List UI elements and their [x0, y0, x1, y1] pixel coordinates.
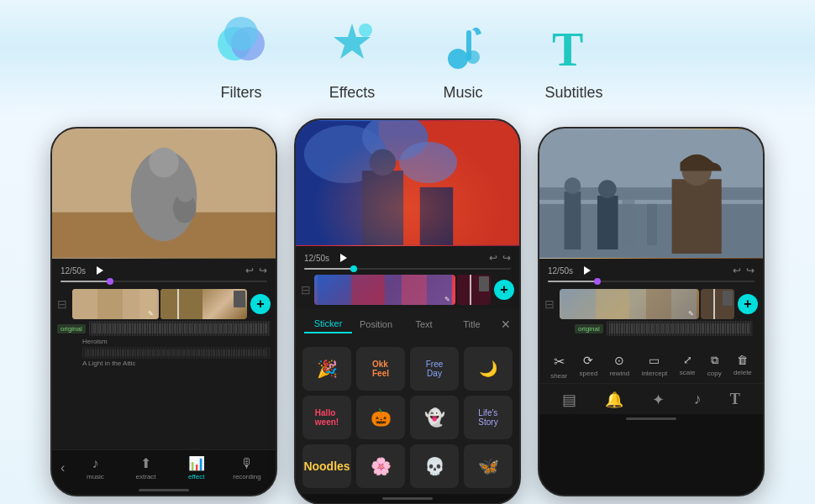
- nav-extract-icon: ⬆: [140, 455, 151, 471]
- clip-1[interactable]: ✎: [72, 289, 159, 319]
- add-clip-button-left[interactable]: +: [250, 294, 271, 314]
- rewind-icon: ⊙: [614, 354, 624, 367]
- feature-music[interactable]: Music: [433, 15, 493, 102]
- tab-position[interactable]: Position: [352, 316, 400, 333]
- speed-icon: ⟳: [583, 354, 593, 367]
- intercept-label: intercept: [642, 370, 668, 377]
- svg-rect-42: [646, 289, 671, 319]
- timeline-bar-middle: 12/50s ↩ ↪: [296, 246, 519, 268]
- redo-icon-middle[interactable]: ↪: [502, 252, 511, 264]
- clip-edit-middle[interactable]: ✎: [444, 296, 450, 303]
- clip-2[interactable]: [160, 289, 247, 319]
- tool-shear[interactable]: ✂ shear: [550, 354, 567, 380]
- feature-subtitles[interactable]: T Subtitles: [544, 15, 604, 102]
- bottom-icon-1[interactable]: ▤: [562, 391, 576, 409]
- bottom-icon-5[interactable]: T: [730, 391, 740, 409]
- track-handle-middle[interactable]: ⊟: [301, 283, 311, 297]
- sticker-1[interactable]: 🎉: [302, 347, 351, 391]
- back-button-left[interactable]: ‹: [55, 460, 70, 475]
- filters-label: Filters: [221, 84, 262, 102]
- close-panel-button[interactable]: ✕: [501, 318, 511, 331]
- scale-label: scale: [680, 369, 696, 376]
- bottom-icon-2[interactable]: 🔔: [605, 391, 623, 409]
- tab-title[interactable]: Title: [448, 316, 496, 333]
- right-clip-1[interactable]: ✎: [560, 289, 699, 319]
- delete-label: delete: [734, 369, 752, 376]
- nav-effect-icon: 📊: [188, 455, 205, 471]
- nav-recording-icon: 🎙: [240, 456, 254, 471]
- undo-icon-left[interactable]: ↩: [245, 265, 254, 276]
- track-handle-right[interactable]: ⊟: [544, 297, 555, 311]
- sticker-11[interactable]: 💀: [410, 444, 459, 488]
- track-row-middle: ⊟ ✎ +: [296, 271, 519, 308]
- time-display-right: 12/50s: [548, 266, 573, 276]
- bottom-nav-left: ‹ ♪ music ⬆ extract 📊 effect 🎙 recording: [52, 449, 276, 486]
- svg-point-21: [362, 120, 429, 160]
- home-indicator-middle: [296, 494, 519, 503]
- play-button-middle[interactable]: [336, 250, 351, 265]
- svg-point-20: [304, 125, 387, 183]
- filters-icon: [211, 15, 271, 76]
- phone-right: 12/50s ↩ ↪ ⊟: [538, 127, 765, 496]
- sticker-2[interactable]: OkkFeel: [356, 347, 405, 391]
- right-clip-2[interactable]: [701, 289, 734, 319]
- middle-clip-2[interactable]: [457, 275, 491, 305]
- play-button-right[interactable]: [580, 263, 595, 278]
- sticker-tab-bar: Sticker Position Text Title ✕: [296, 308, 519, 340]
- middle-clip-1[interactable]: ✎: [314, 275, 455, 305]
- sticker-7[interactable]: 👻: [410, 396, 459, 439]
- sticker-3[interactable]: FreeDay: [410, 347, 459, 391]
- subtitles-icon: T: [544, 15, 604, 76]
- sticker-9[interactable]: Noodles: [302, 444, 351, 488]
- sticker-5[interactable]: Halloween!: [302, 396, 351, 439]
- redo-icon-right[interactable]: ↪: [746, 265, 755, 276]
- svg-rect-27: [351, 275, 385, 305]
- nav-extract-label: extract: [136, 473, 156, 480]
- nav-effect[interactable]: 📊 effect: [171, 455, 222, 480]
- home-indicator-right: [539, 414, 763, 423]
- feature-bar: Filters Effects Music T: [0, 0, 815, 118]
- delete-icon: 🗑: [737, 354, 748, 366]
- sticker-4[interactable]: 🌙: [464, 347, 513, 391]
- undo-icon-middle[interactable]: ↩: [489, 252, 497, 264]
- add-clip-button-middle[interactable]: +: [494, 280, 514, 300]
- audio-track-right: original: [539, 321, 763, 336]
- phone-middle: 12/50s ↩ ↪ ⊟: [294, 118, 521, 504]
- audio-track-2-left: [52, 345, 276, 359]
- tab-text[interactable]: Text: [400, 316, 448, 333]
- tool-scale[interactable]: ⤢ scale: [680, 354, 696, 380]
- tool-speed[interactable]: ⟳ speed: [580, 354, 598, 380]
- effects-label: Effects: [329, 84, 376, 102]
- sticker-12[interactable]: 🦋: [464, 444, 513, 488]
- sticker-10[interactable]: 🌸: [356, 444, 405, 488]
- sticker-grid: 🎉 OkkFeel FreeDay 🌙 Halloween! 🎃 👻 Life'…: [296, 340, 519, 494]
- sticker-8[interactable]: Life'sStory: [464, 396, 513, 439]
- bottom-icon-4[interactable]: ♪: [694, 391, 702, 409]
- sticker-6[interactable]: 🎃: [356, 396, 405, 439]
- clip-edit-icon[interactable]: ✎: [148, 310, 154, 318]
- video-track-row-right: ⊟ ✎: [539, 287, 763, 321]
- play-button-left[interactable]: [92, 263, 108, 278]
- undo-icon-right[interactable]: ↩: [733, 265, 741, 276]
- tool-delete[interactable]: 🗑 delete: [734, 354, 752, 380]
- add-clip-button-right[interactable]: +: [738, 294, 758, 314]
- tool-copy[interactable]: ⧉ copy: [707, 354, 722, 380]
- feature-effects[interactable]: Effects: [322, 15, 382, 102]
- svg-point-6: [466, 50, 480, 64]
- video-preview-left: [52, 129, 276, 259]
- nav-music[interactable]: ♪ music: [70, 456, 120, 480]
- speed-label: speed: [580, 370, 598, 377]
- shear-label: shear: [550, 372, 567, 380]
- track-handle-left[interactable]: ⊟: [57, 297, 67, 311]
- tool-rewind[interactable]: ⊙ rewind: [610, 354, 630, 380]
- feature-filters[interactable]: Filters: [211, 15, 271, 102]
- clip-edit-right[interactable]: ✎: [688, 310, 694, 318]
- video-track-row-left: ⊟ ✎: [52, 287, 276, 321]
- redo-icon-left[interactable]: ↪: [259, 265, 267, 276]
- nav-extract[interactable]: ⬆ extract: [121, 455, 171, 480]
- nav-recording[interactable]: 🎙 recording: [222, 456, 272, 480]
- tab-sticker[interactable]: Sticker: [304, 315, 352, 333]
- tool-intercept[interactable]: ▭ intercept: [642, 354, 668, 380]
- copy-label: copy: [707, 370, 722, 377]
- bottom-icon-3[interactable]: ✦: [652, 391, 665, 409]
